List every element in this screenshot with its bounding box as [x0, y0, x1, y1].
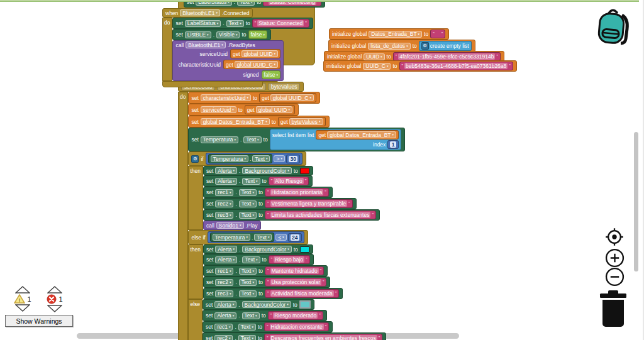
text-string-block[interactable]: "Vestimenta ligera y transpirable"	[265, 199, 353, 208]
text-string-block[interactable]: "Riesgo bajo"	[269, 255, 310, 264]
dropdown[interactable]: global Datos_Entrada_BT▾	[201, 118, 270, 125]
block-row[interactable]: setAlerta▾.BackgroundColor▾to	[203, 166, 313, 175]
error-down-arrow[interactable]	[47, 305, 62, 312]
dropdown[interactable]: Text▾	[252, 155, 270, 162]
get-variable-block[interactable]: getglobal UUID▾	[245, 105, 295, 114]
dropdown[interactable]: BluetoothLE1▾	[186, 41, 226, 48]
dropdown[interactable]: Text▾	[239, 200, 257, 207]
gear-icon[interactable]: ⚙	[191, 155, 199, 163]
color-swatch-block[interactable]	[300, 246, 309, 253]
number-block[interactable]: 1	[387, 140, 399, 149]
event-block[interactable]: whenBluetoothLE1▾.ConnecteddosetLabelSta…	[162, 8, 313, 87]
block-row[interactable]: setAlerta▾.BackgroundColor▾to	[203, 244, 313, 254]
dropdown[interactable]: rec1▾	[214, 324, 233, 331]
warning-up-arrow[interactable]	[15, 286, 30, 293]
call-block[interactable]: callBluetoothLE1▾.ReadBytesserviceUuidge…	[172, 40, 284, 81]
nested-block[interactable]: Temperatura▾.Text▾	[208, 154, 273, 163]
gear-icon[interactable]: ⚙	[421, 42, 429, 50]
dropdown[interactable]: Alerta▾	[214, 301, 236, 308]
dropdown[interactable]: Alerta▾	[215, 246, 237, 253]
block-row[interactable]: setAlerta▾.Text▾to"Riesgo moderado"	[203, 310, 327, 321]
block-row[interactable]: setcharacteristicUuid▾togetglobal UUID_C…	[188, 92, 320, 104]
dropdown[interactable]: Visible▾	[216, 31, 240, 38]
initialize-global-datos-entrada-bt[interactable]: initialize globalDatos_Entrada_BT▾to" "	[329, 28, 449, 40]
text-string-block[interactable]: "Actividad física moderada"	[265, 289, 339, 298]
initialize-global-lista-de-datos[interactable]: initialize globallista_de_datos▾to⚙creat…	[328, 40, 475, 52]
dropdown[interactable]: Temperatura▾	[201, 136, 238, 143]
block-row[interactable]: setListBLE▾.Visible▾tofalse▾	[172, 29, 271, 40]
dropdown[interactable]: Alerta▾	[215, 178, 237, 185]
block-row[interactable]: initialize globalDatos_Entrada_BT▾to" "	[329, 28, 449, 40]
dropdown[interactable]: rec2▾	[214, 335, 233, 340]
dropdown[interactable]: Text▾	[238, 324, 256, 331]
dropdown[interactable]: Alerta▾	[215, 167, 237, 174]
block-row[interactable]: setrec3▾.Text▾to"Limita las actividades …	[203, 209, 380, 221]
text-string-block[interactable]: "Hidratacion constante"	[264, 322, 329, 331]
trash-can-icon[interactable]	[596, 290, 630, 328]
dropdown[interactable]: Text▾	[242, 178, 260, 185]
dropdown[interactable]: lista_de_datos▾	[368, 43, 410, 50]
blocks-workspace[interactable]: setLabelStatus▾.Text▾to"Status: Connecti…	[0, 0, 644, 340]
text-string-block[interactable]: " "	[430, 30, 445, 38]
dropdown[interactable]: UUID_C▾	[363, 63, 391, 70]
block-row[interactable]: setglobal Datos_Entrada_BT▾togetbyteValu…	[188, 116, 329, 128]
zoom-in-button[interactable]	[605, 248, 625, 268]
dropdown[interactable]: Alerta▾	[215, 256, 237, 263]
dropdown[interactable]: Text▾	[254, 234, 272, 241]
text-string-block[interactable]: "Status: Connected"	[252, 19, 309, 28]
dropdown[interactable]: serviceUuid▾	[201, 106, 236, 113]
dropdown[interactable]: BackgroundColor▾	[242, 301, 291, 308]
dropdown[interactable]: rec2▾	[215, 279, 233, 286]
dropdown[interactable]: rec3▾	[215, 212, 233, 219]
dropdown[interactable]: >▾	[274, 155, 284, 162]
zoom-out-button[interactable]	[605, 267, 625, 287]
text-string-block[interactable]: "Limita las actividades físicas extenuan…	[265, 211, 376, 219]
error-up-arrow[interactable]	[47, 286, 62, 293]
logic-block[interactable]: false▾	[248, 30, 267, 39]
text-string-block[interactable]: "Riesgo moderado"	[268, 311, 323, 320]
backpack-icon[interactable]	[596, 8, 631, 47]
dropdown[interactable]: Text▾	[242, 312, 260, 319]
block-row[interactable]: setrec1▾.Text▾to"Hidratacion prioritaria…	[203, 187, 333, 198]
block-row[interactable]: setAlerta▾.BackgroundColor▾to	[203, 299, 314, 310]
show-warnings-button[interactable]: Show Warnings	[5, 315, 73, 327]
dropdown[interactable]: rec1▾	[215, 268, 233, 275]
dropdown[interactable]: Temperatura▾	[211, 155, 248, 162]
block-row[interactable]: setAlerta▾.Text▾to"Alto Riesgo"	[203, 175, 313, 187]
get-variable-block[interactable]: getglobal UUID_C▾	[223, 60, 280, 69]
dropdown[interactable]: Text▾	[239, 212, 257, 219]
vertical-scrollbar-thumb[interactable]	[634, 132, 638, 271]
text-string-block[interactable]: "Usa protección solar"	[265, 278, 326, 287]
get-variable-block[interactable]: getglobal UUID_C▾	[259, 93, 316, 102]
block-row[interactable]: setTemperatura▾.Text▾toselect list iteml…	[188, 128, 405, 151]
block-row[interactable]: setrec2▾.Text▾to"Usa protección solar"	[203, 277, 330, 288]
initialize-global-uuid-c[interactable]: initialize globalUUID_C▾to"beb5483e-36e1…	[323, 60, 517, 72]
block-row[interactable]: setLabelStatus▾.Text▾to"Status: Connecte…	[172, 18, 313, 29]
dropdown[interactable]: Text▾	[239, 290, 257, 297]
block-row[interactable]: setrec2▾.Text▾to"Descansos frecuentes en…	[203, 332, 386, 340]
dropdown[interactable]: ListBLE▾	[185, 31, 211, 38]
text-string-block[interactable]: "4fafc201-1fb5-459e-8fcc-c5c9c331914b"	[393, 52, 501, 61]
dropdown[interactable]: BackgroundColor▾	[242, 246, 291, 253]
number-block[interactable]: 30	[286, 155, 300, 163]
multiline-block[interactable]: select list itemlistgetglobal Datos_Entr…	[270, 129, 401, 150]
nested-block[interactable]: Temperatura▾.Text▾≤▾24	[208, 231, 304, 243]
dropdown[interactable]: Text▾	[242, 256, 260, 263]
warning-down-arrow[interactable]	[15, 304, 30, 312]
dropdown[interactable]: BackgroundColor▾	[242, 167, 291, 174]
text-string-block[interactable]: "Alto Riesgo"	[269, 177, 309, 185]
dropdown[interactable]: Alerta▾	[214, 312, 236, 319]
dropdown[interactable]: BluetoothLE1▾	[180, 9, 220, 16]
block-row[interactable]: initialize globallista_de_datos▾to⚙creat…	[328, 40, 475, 52]
block-row[interactable]: setserviceUuid▾togetglobal UUID▾	[188, 104, 299, 116]
event-block[interactable]: whenBluetoothLE1▾.BytesReceivedserviceUu…	[178, 72, 405, 340]
block-row[interactable]: setAlerta▾.Text▾to"Riesgo bajo"	[203, 254, 314, 265]
dropdown[interactable]: rec1▾	[215, 189, 233, 196]
get-variable-block[interactable]: getglobal Datos_Entrada_BT▾	[316, 130, 399, 140]
text-string-block[interactable]: "beb5483e-36e1-4688-b7f5-ea07361b26a8"	[399, 62, 513, 70]
dropdown[interactable]: Text▾	[238, 335, 256, 340]
nested-block[interactable]: ⚙create empty list	[419, 41, 472, 51]
text-string-block[interactable]: "Mantente hidratado"	[265, 266, 324, 275]
dropdown[interactable]: Text▾	[243, 136, 261, 143]
block-row[interactable]: setrec1▾.Text▾to"Hidratacion constante"	[203, 321, 333, 332]
